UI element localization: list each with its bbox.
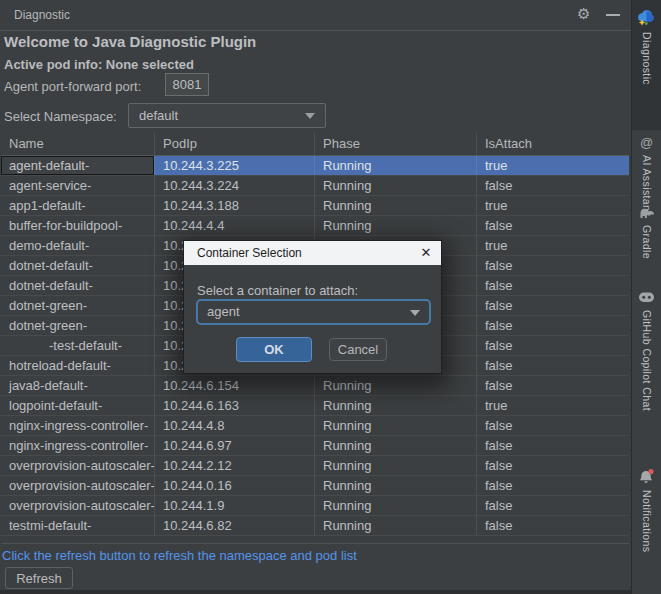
minimize-icon[interactable] bbox=[606, 14, 620, 16]
dialog-title: Container Selection bbox=[197, 241, 302, 265]
sidebar-item-label: GitHub Copilot Chat bbox=[641, 310, 653, 411]
namespace-label: Select Namespace: bbox=[4, 109, 117, 124]
column-header-phase[interactable]: Phase bbox=[315, 133, 477, 155]
cell-name: demo-default- bbox=[1, 236, 155, 255]
container-selection-dialog: Container Selection ✕ Select a container… bbox=[183, 240, 442, 374]
cell-isattach: true bbox=[477, 196, 629, 215]
notification-badge bbox=[648, 469, 653, 474]
table-row[interactable]: app1-default-10.244.3.188Runningtrue bbox=[1, 196, 629, 216]
cell-name: overprovision-autoscaler-... bbox=[1, 496, 155, 515]
cell-isattach: true bbox=[477, 236, 629, 255]
bell-icon bbox=[638, 468, 655, 485]
cell-name: agent-service- bbox=[1, 176, 155, 195]
tool-window-title: Diagnostic bbox=[14, 0, 70, 30]
cell-phase: Running bbox=[315, 156, 477, 175]
cell-name: logpoint-default- bbox=[1, 396, 155, 415]
table-row[interactable]: agent-default-10.244.3.225Runningtrue bbox=[1, 156, 629, 176]
cell-isattach: false bbox=[477, 496, 629, 515]
chevron-down-icon bbox=[305, 113, 315, 119]
column-header-isattach[interactable]: IsAttach bbox=[477, 133, 629, 155]
at-icon: @ bbox=[640, 136, 653, 150]
cell-name: nginx-ingress-controller- bbox=[1, 436, 155, 455]
namespace-dropdown[interactable]: default bbox=[128, 103, 326, 128]
sidebar-item-label: Notifications bbox=[641, 490, 653, 552]
cell-isattach: false bbox=[477, 216, 629, 235]
cell-isattach: true bbox=[477, 396, 629, 415]
cell-phase: Running bbox=[315, 216, 477, 235]
cell-isattach: false bbox=[477, 176, 629, 195]
ok-button[interactable]: OK bbox=[236, 337, 312, 362]
cell-isattach: true bbox=[477, 156, 629, 175]
cell-podip: 10.244.2.12 bbox=[155, 456, 315, 475]
cell-isattach: false bbox=[477, 256, 629, 275]
cell-name: nginx-ingress-controller- bbox=[1, 416, 155, 435]
table-row[interactable]: agent-service-10.244.3.224Runningfalse bbox=[1, 176, 629, 196]
cell-podip: 10.244.6.82 bbox=[155, 516, 315, 535]
cell-phase: Running bbox=[315, 176, 477, 195]
cell-isattach: false bbox=[477, 316, 629, 335]
column-header-podip[interactable]: PodIp bbox=[155, 133, 315, 155]
sidebar-item-ai-assistant[interactable]: @ AI Assistant bbox=[632, 136, 661, 215]
cell-name: dotnet-green- bbox=[1, 296, 155, 315]
cell-phase: Running bbox=[315, 196, 477, 215]
tool-window-titlebar: Diagnostic bbox=[0, 0, 632, 31]
table-row[interactable]: testmi-default-10.244.6.82Runningfalse bbox=[1, 516, 629, 536]
cell-name: overprovision-autoscaler-... bbox=[1, 456, 155, 475]
cell-name: dotnet-default- bbox=[1, 276, 155, 295]
pod-table-header: Name PodIp Phase IsAttach bbox=[1, 133, 629, 156]
sidebar-item-gradle[interactable]: Gradle bbox=[632, 206, 661, 259]
column-header-name[interactable]: Name bbox=[1, 133, 155, 155]
table-row[interactable]: overprovision-autoscaler-...10.244.1.9Ru… bbox=[1, 496, 629, 516]
table-row[interactable]: java8-default-10.244.6.154Runningfalse bbox=[1, 376, 629, 396]
refresh-hint-link: Click the refresh button to refresh the … bbox=[2, 548, 357, 563]
refresh-button[interactable]: Refresh bbox=[5, 567, 73, 589]
port-label: Agent port-forward port: bbox=[4, 79, 141, 94]
cell-name: dotnet-green- bbox=[1, 316, 155, 335]
cell-podip: 10.244.0.16 bbox=[155, 476, 315, 495]
cell-phase: Running bbox=[315, 476, 477, 495]
sidebar-item-notifications[interactable]: Notifications bbox=[632, 468, 661, 552]
cell-isattach: false bbox=[477, 276, 629, 295]
cell-podip: 10.244.4.8 bbox=[155, 416, 315, 435]
cell-phase: Running bbox=[315, 436, 477, 455]
close-icon[interactable]: ✕ bbox=[416, 243, 436, 263]
table-row[interactable]: nginx-ingress-controller-10.244.6.97Runn… bbox=[1, 436, 629, 456]
table-row[interactable]: buffer-for-buildpool-10.244.4.4Runningfa… bbox=[1, 216, 629, 236]
cell-isattach: false bbox=[477, 516, 629, 535]
table-row[interactable]: logpoint-default-10.244.6.163Runningtrue bbox=[1, 396, 629, 416]
cell-podip: 10.244.3.225 bbox=[155, 156, 315, 175]
cell-isattach: false bbox=[477, 416, 629, 435]
container-value: agent bbox=[207, 301, 240, 323]
active-pod-info: Active pod info: None selected bbox=[4, 57, 194, 72]
copilot-icon bbox=[638, 290, 655, 305]
cell-podip: 10.244.6.154 bbox=[155, 376, 315, 395]
cell-podip: 10.244.3.224 bbox=[155, 176, 315, 195]
cancel-button[interactable]: Cancel bbox=[329, 338, 387, 361]
cell-phase: Running bbox=[315, 416, 477, 435]
cell-isattach: false bbox=[477, 456, 629, 475]
container-dropdown[interactable]: agent bbox=[196, 299, 431, 325]
diagnostic-tool-window: Diagnostic ⚙ Welcome to Java Diagnostic … bbox=[0, 0, 661, 594]
table-row[interactable]: nginx-ingress-controller-10.244.4.8Runni… bbox=[1, 416, 629, 436]
port-input[interactable] bbox=[165, 73, 209, 96]
cell-isattach: false bbox=[477, 296, 629, 315]
cell-name: agent-default- bbox=[1, 156, 155, 175]
cell-name: dotnet-default- bbox=[1, 256, 155, 275]
cell-name: app1-default- bbox=[1, 196, 155, 215]
cell-isattach: false bbox=[477, 436, 629, 455]
chevron-down-icon bbox=[410, 310, 420, 316]
gear-icon[interactable]: ⚙ bbox=[577, 5, 595, 25]
cell-phase: Running bbox=[315, 516, 477, 535]
table-row[interactable]: overprovision-autoscaler-...10.244.2.12R… bbox=[1, 456, 629, 476]
bottom-edge bbox=[0, 590, 632, 594]
cell-phase: Running bbox=[315, 396, 477, 415]
sidebar-item-github-copilot-chat[interactable]: GitHub Copilot Chat bbox=[632, 290, 661, 411]
cell-podip: 10.244.3.188 bbox=[155, 196, 315, 215]
sidebar-item-diagnostic[interactable]: Diagnostic bbox=[632, 0, 661, 130]
namespace-value: default bbox=[139, 104, 178, 127]
cell-isattach: false bbox=[477, 336, 629, 355]
table-row[interactable]: overprovision-autoscaler-...10.244.0.16R… bbox=[1, 476, 629, 496]
dialog-titlebar: Container Selection ✕ bbox=[184, 241, 441, 265]
cell-phase: Running bbox=[315, 496, 477, 515]
diagnostic-plugin-icon bbox=[636, 8, 657, 27]
